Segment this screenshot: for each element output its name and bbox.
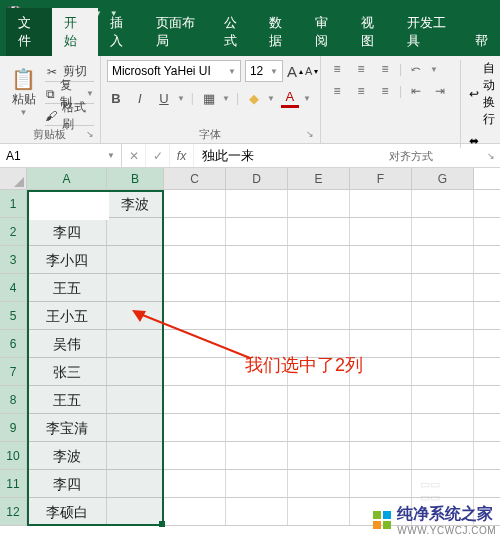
font-color-button[interactable]: A — [281, 88, 299, 108]
row-header[interactable]: 10 — [0, 442, 27, 469]
cell[interactable]: 李四 — [27, 470, 107, 497]
column-header-G[interactable]: G — [412, 168, 474, 189]
wrap-text-button[interactable]: ↩自动换行 — [469, 60, 495, 128]
copy-dropdown-icon[interactable]: ▼ — [86, 89, 94, 98]
cell[interactable] — [226, 218, 288, 245]
font-launcher-icon[interactable]: ↘ — [306, 126, 314, 142]
cell[interactable] — [164, 246, 226, 273]
cell[interactable] — [288, 274, 350, 301]
cell[interactable] — [412, 358, 474, 385]
tab-page-layout[interactable]: 页面布局 — [144, 8, 212, 56]
column-header-C[interactable]: C — [164, 168, 226, 189]
cell[interactable] — [226, 442, 288, 469]
cell[interactable] — [226, 470, 288, 497]
orientation-button[interactable]: ⤺ — [406, 60, 426, 78]
cell[interactable] — [226, 302, 288, 329]
paste-button[interactable]: 📋 粘贴 ▼ — [6, 60, 41, 124]
cell[interactable] — [164, 498, 226, 525]
bold-button[interactable]: B — [107, 88, 125, 108]
cell[interactable] — [164, 274, 226, 301]
cell[interactable] — [288, 470, 350, 497]
cell[interactable] — [226, 498, 288, 525]
column-header-D[interactable]: D — [226, 168, 288, 189]
cell[interactable]: 李硕白 — [27, 498, 107, 525]
cell[interactable] — [288, 246, 350, 273]
worksheet-grid[interactable]: A B C D E F G 1独此一来李波2李四3李小四4王五5王小五6吴伟7张… — [0, 168, 500, 526]
cell[interactable] — [164, 190, 226, 217]
tab-view[interactable]: 视图 — [349, 8, 395, 56]
name-box-dropdown-icon[interactable]: ▼ — [107, 151, 115, 160]
cell[interactable]: 李四 — [27, 218, 107, 245]
cell[interactable] — [107, 386, 164, 413]
cell[interactable] — [226, 414, 288, 441]
cell[interactable]: 李宝清 — [27, 414, 107, 441]
cell[interactable] — [412, 330, 474, 357]
cell[interactable]: 李波 — [107, 190, 164, 217]
cell[interactable] — [164, 218, 226, 245]
cell[interactable] — [226, 190, 288, 217]
font-name-combo[interactable]: Microsoft YaHei UI▼ — [107, 60, 241, 82]
fill-dropdown-icon[interactable]: ▼ — [267, 94, 275, 103]
cell[interactable] — [164, 442, 226, 469]
cell[interactable] — [412, 302, 474, 329]
cell[interactable] — [107, 218, 164, 245]
cell[interactable] — [288, 442, 350, 469]
tab-insert[interactable]: 插入 — [98, 8, 144, 56]
cell[interactable] — [107, 414, 164, 441]
cell[interactable] — [412, 218, 474, 245]
cell[interactable] — [226, 386, 288, 413]
align-middle-button[interactable]: ≡ — [351, 60, 371, 78]
paste-dropdown-icon[interactable]: ▼ — [20, 108, 28, 117]
cell[interactable] — [350, 470, 412, 497]
column-header-A[interactable]: A — [27, 168, 107, 189]
italic-button[interactable]: I — [131, 88, 149, 108]
cell[interactable] — [350, 442, 412, 469]
cell[interactable] — [107, 470, 164, 497]
cell[interactable] — [107, 302, 164, 329]
clipboard-launcher-icon[interactable]: ↘ — [86, 126, 94, 142]
cell[interactable] — [226, 274, 288, 301]
cell[interactable] — [350, 414, 412, 441]
cell[interactable] — [350, 218, 412, 245]
cell[interactable] — [412, 442, 474, 469]
row-header[interactable]: 3 — [0, 246, 27, 273]
format-painter-button[interactable]: 🖌格式刷 — [45, 106, 94, 126]
row-header[interactable]: 9 — [0, 414, 27, 441]
column-header-E[interactable]: E — [288, 168, 350, 189]
merge-center-button[interactable]: ⬌ — [469, 134, 495, 148]
column-header-F[interactable]: F — [350, 168, 412, 189]
grow-font-button[interactable]: A — [287, 63, 297, 80]
shrink-font-button[interactable]: A — [305, 65, 312, 77]
cell[interactable] — [412, 246, 474, 273]
cell[interactable] — [412, 274, 474, 301]
cell[interactable]: 李波 — [27, 442, 107, 469]
cell[interactable]: 王小五 — [27, 302, 107, 329]
row-header[interactable]: 7 — [0, 358, 27, 385]
enter-formula-button[interactable]: ✓ — [146, 144, 170, 167]
cell[interactable]: 王五 — [27, 386, 107, 413]
cell[interactable] — [164, 358, 226, 385]
cell[interactable] — [164, 470, 226, 497]
cell[interactable]: 李小四 — [27, 246, 107, 273]
cell[interactable] — [164, 302, 226, 329]
row-header[interactable]: 5 — [0, 302, 27, 329]
row-header[interactable]: 4 — [0, 274, 27, 301]
orientation-dropdown-icon[interactable]: ▼ — [430, 65, 438, 74]
cell[interactable] — [288, 302, 350, 329]
tab-developer[interactable]: 开发工具 — [395, 8, 463, 56]
cell[interactable] — [107, 274, 164, 301]
cell[interactable]: 王五 — [27, 274, 107, 301]
cell[interactable] — [412, 414, 474, 441]
cell[interactable]: 张三 — [27, 358, 107, 385]
fill-color-button[interactable]: ◆ — [245, 88, 263, 108]
cell[interactable] — [107, 442, 164, 469]
tab-home[interactable]: 开始 — [52, 8, 98, 56]
row-header[interactable]: 12 — [0, 498, 27, 525]
row-header[interactable]: 1 — [0, 190, 27, 217]
tab-data[interactable]: 数据 — [257, 8, 303, 56]
align-right-button[interactable]: ≡ — [375, 82, 395, 100]
cell[interactable] — [350, 190, 412, 217]
underline-button[interactable]: U — [155, 88, 173, 108]
tab-help[interactable]: 帮 — [463, 26, 500, 56]
tab-file[interactable]: 文件 — [6, 8, 52, 56]
